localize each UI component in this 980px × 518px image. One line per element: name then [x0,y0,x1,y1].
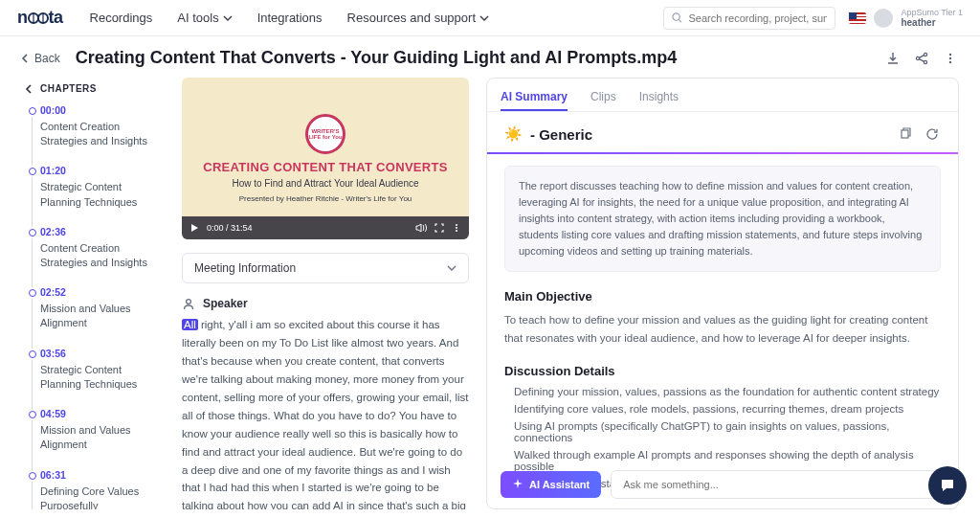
chapter-item[interactable]: 02:52Mission and Values Alignment [21,285,165,346]
svg-point-4 [673,13,679,20]
back-label: Back [34,52,60,65]
svg-point-7 [924,53,926,56]
nav-ai-tools[interactable]: AI tools [177,11,232,25]
nav-integrations[interactable]: Integrations [257,11,323,25]
avatar [874,9,893,28]
chapter-title: Defining Core Values Purposefully [40,484,165,510]
svg-point-14 [456,230,457,232]
discussion-heading: Discussion Details [504,364,941,378]
video-subhead: How to Find and Attract Your Ideal Audie… [232,178,418,189]
copy-icon [899,127,912,141]
more-vertical-icon[interactable] [452,223,461,233]
chat-widget-button[interactable] [928,466,967,505]
report-title: - Generic [530,126,592,143]
svg-rect-16 [902,130,908,138]
user-menu[interactable]: AppSumo Tier 1 heather [849,8,963,28]
nav-recordings[interactable]: Recordings [90,11,153,25]
svg-point-13 [456,227,457,229]
global-search[interactable] [663,7,835,30]
nav-ai-tools-label: AI tools [177,11,218,25]
share-button[interactable] [913,50,930,67]
search-icon [672,12,682,23]
chapters-panel: CHAPTERS 00:00Content Creation Strategie… [21,78,165,509]
chapter-item[interactable]: 06:31Defining Core Values Purposefully [21,468,165,509]
main-nav: Recordings AI tools Integrations Resourc… [90,11,489,25]
top-bar: nta Recordings AI tools Integrations Res… [0,0,980,36]
objective-heading: Main Objective [504,289,941,304]
discussion-item: Identifying core values, role models, pa… [514,403,941,415]
chevron-down-icon [223,13,233,23]
svg-point-9 [949,53,951,55]
volume-icon[interactable] [415,223,427,233]
speaker-label: Speaker [203,297,248,310]
transcript-body: right, y'all i am so excited about this … [182,319,469,509]
discussion-item: Defining your mission, values, passions … [514,386,941,397]
svg-point-8 [924,60,926,63]
svg-point-11 [949,60,951,62]
ai-assistant-label: AI Assistant [529,479,590,490]
chevron-left-icon [25,84,34,94]
meeting-info-toggle[interactable]: Meeting Information [182,253,469,283]
chapter-item[interactable]: 04:59Mission and Values Alignment [21,407,165,467]
chevron-left-icon [21,54,31,63]
more-vertical-icon [944,52,957,65]
back-button[interactable]: Back [21,52,60,65]
speaker-row: Speaker [182,297,469,310]
chapter-time: 01:20 [40,164,165,178]
chevron-down-icon [479,13,489,23]
header-actions [884,50,959,67]
discussion-item: Using AI prompts (specifically ChatGPT) … [514,420,941,443]
ai-input-wrapper[interactable] [611,470,945,499]
ai-input[interactable] [623,479,932,490]
objective-text: To teach how to define your mission and … [504,311,941,347]
chapter-item[interactable]: 03:56Strategic Content Planning Techniqu… [21,347,165,407]
main-content: CHAPTERS 00:00Content Creation Strategie… [0,78,980,509]
chapter-title: Mission and Values Alignment [40,302,165,331]
chapters-label: CHAPTERS [40,83,97,94]
chapter-item[interactable]: 00:00Content Creation Strategies and Ins… [21,103,165,164]
share-icon [915,52,928,65]
tab-clips[interactable]: Clips [590,84,616,111]
report-actions [897,125,941,143]
chapter-item[interactable]: 02:36Content Creation Strategies and Ins… [21,225,165,285]
insights-panel: AI Summary Clips Insights ☀️ - Generic T… [486,78,959,509]
play-icon[interactable] [189,223,199,233]
nav-integrations-label: Integrations [257,11,323,25]
user-text: AppSumo Tier 1 heather [901,8,963,28]
ai-assistant-bar: AI Assistant [501,470,945,499]
nav-resources[interactable]: Resources and support [347,11,489,25]
copy-button[interactable] [897,125,914,143]
transcript-highlight: All [182,319,198,330]
fullscreen-icon[interactable] [434,223,444,233]
svg-point-15 [187,299,191,304]
chapter-time: 03:56 [40,347,165,361]
download-button[interactable] [884,50,902,67]
brand-logo[interactable]: nta [17,8,63,28]
svg-point-12 [456,224,457,226]
video-credit: Presented by Heather Ritchie - Writer's … [239,194,412,203]
search-input[interactable] [688,12,827,24]
chapters-header[interactable]: CHAPTERS [25,83,165,94]
video-player[interactable]: WRITER'S LIFE for You CREATING CONTENT T… [182,78,469,239]
meeting-info-label: Meeting Information [194,261,296,275]
report-header: ☀️ - Generic [504,125,941,143]
nav-resources-label: Resources and support [347,11,476,25]
video-time: 0:00 / 31:54 [207,223,253,233]
refresh-button[interactable] [924,125,941,143]
download-icon [886,52,900,65]
more-button[interactable] [942,50,959,67]
tab-insights[interactable]: Insights [639,84,679,111]
sparkle-icon [512,479,523,490]
tab-ai-summary[interactable]: AI Summary [501,84,568,111]
chapter-time: 02:52 [40,285,165,300]
video-controls[interactable]: 0:00 / 31:54 [182,216,469,239]
issues-heading: Issues Raised [504,507,941,508]
chapter-time: 04:59 [40,407,165,421]
page-header: Back Creating Content That Converts - Yo… [0,36,980,78]
chapter-item[interactable]: 01:20Strategic Content Planning Techniqu… [21,164,165,224]
video-brand-badge: WRITER'S LIFE for You [305,114,345,154]
chevron-down-icon [447,263,457,273]
ai-assistant-button[interactable]: AI Assistant [501,471,601,498]
chapter-title: Strategic Content Planning Techniques [40,180,165,210]
transcript[interactable]: All right, y'all i am so excited about t… [182,316,469,509]
